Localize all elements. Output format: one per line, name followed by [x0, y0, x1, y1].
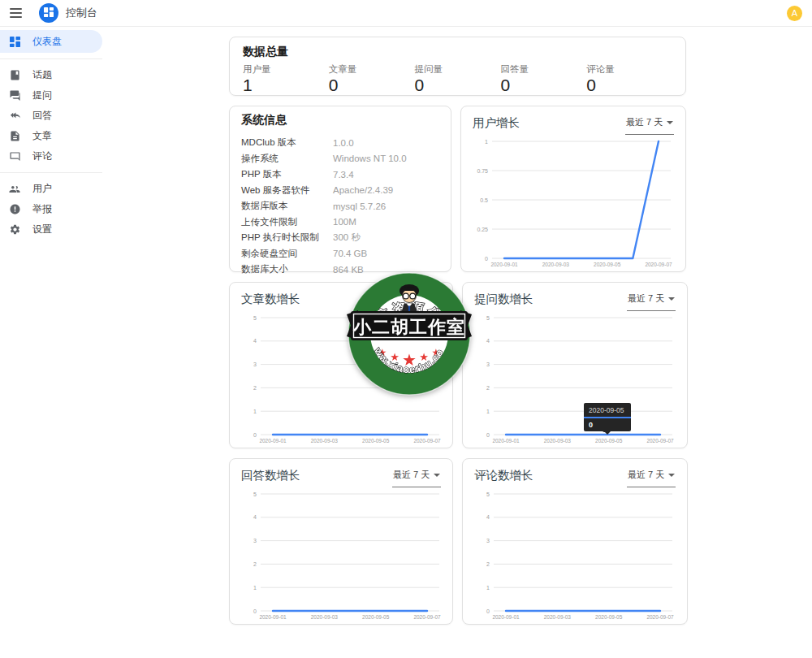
svg-text:2020-09-01: 2020-09-01	[259, 438, 287, 444]
svg-text:2020-09-07: 2020-09-07	[645, 262, 672, 267]
user-growth-chart-card: 用户增长 最近 7 天 00.250.50.7512020-09-012020-…	[460, 106, 686, 272]
sidebar-divider	[0, 172, 102, 173]
svg-text:2020-09-03: 2020-09-03	[311, 614, 339, 620]
stat-users: 用户量 1	[243, 64, 329, 94]
comment-icon	[9, 151, 20, 162]
system-info-table: MDClub 版本1.0.0 操作系统Windows NT 10.0 PHP 版…	[241, 135, 439, 278]
svg-text:2020-09-07: 2020-09-07	[646, 614, 674, 620]
stat-articles: 文章量 0	[329, 64, 415, 94]
totals-card: 数据总量 用户量 1 文章量 0 提问量 0 回答量 0 评论量 0	[229, 37, 686, 96]
menu-toggle-button[interactable]	[10, 3, 29, 23]
svg-text:4: 4	[253, 514, 257, 520]
chevron-down-icon	[434, 474, 440, 477]
dashboard-logo-icon	[44, 6, 54, 20]
table-row: Web 服务器软件Apache/2.4.39	[241, 183, 439, 199]
svg-text:2020-09-03: 2020-09-03	[544, 614, 572, 620]
svg-text:0: 0	[253, 608, 257, 614]
svg-text:2020-09-03: 2020-09-03	[542, 262, 570, 267]
svg-text:1: 1	[485, 139, 488, 145]
app-logo	[39, 3, 58, 23]
sidebar-item-label: 设置	[32, 223, 52, 236]
svg-text:1: 1	[253, 409, 257, 414]
reply-all-icon	[9, 110, 20, 122]
svg-text:0.5: 0.5	[480, 197, 488, 203]
svg-text:2: 2	[253, 561, 257, 567]
app-header: 控制台 A	[0, 0, 812, 27]
sidebar: 仪表盘 话题 提问 回答 文章 评论 用户	[0, 27, 102, 240]
sidebar-item-questions[interactable]: 提问	[0, 85, 102, 106]
tooltip-value: 0	[589, 421, 626, 429]
sidebar-item-answers[interactable]: 回答	[0, 106, 102, 126]
svg-text:5: 5	[486, 491, 490, 497]
sidebar-item-label: 提问	[32, 89, 52, 102]
sidebar-item-label: 话题	[32, 68, 52, 82]
chart-title: 文章数增长	[241, 291, 300, 307]
user-avatar[interactable]: A	[787, 6, 802, 21]
stat-comments: 评论量 0	[586, 64, 672, 94]
table-row: 上传文件限制100M	[241, 214, 439, 231]
sidebar-item-settings[interactable]: 设置	[0, 219, 102, 240]
table-row: 数据库版本mysql 5.7.26	[241, 198, 439, 214]
svg-text:2020-09-05: 2020-09-05	[595, 438, 623, 444]
answer-growth-chart-card: 回答数增长 最近 7 天 0123452020-09-012020-09-032…	[229, 458, 453, 625]
sidebar-item-label: 用户	[32, 182, 52, 196]
table-row: 操作系统Windows NT 10.0	[241, 151, 439, 167]
range-select[interactable]: 最近 7 天	[627, 467, 676, 487]
svg-text:2020-09-01: 2020-09-01	[492, 614, 520, 620]
svg-text:2020-09-05: 2020-09-05	[362, 614, 390, 620]
gear-icon	[9, 224, 20, 236]
svg-text:3: 3	[253, 361, 257, 367]
sidebar-item-users[interactable]: 用户	[0, 179, 102, 199]
line-chart[interactable]: 0123452020-09-012020-09-032020-09-052020…	[473, 489, 679, 624]
sidebar-item-label: 举报	[32, 202, 52, 216]
svg-text:2020-09-07: 2020-09-07	[413, 614, 441, 620]
chart-title: 回答数增长	[241, 467, 300, 483]
svg-text:1: 1	[486, 409, 490, 414]
line-chart[interactable]: 0123452020-09-012020-09-032020-09-052020…	[473, 313, 679, 448]
stat-answers: 回答量 0	[500, 64, 586, 94]
svg-text:0.75: 0.75	[477, 168, 488, 174]
totals-stats: 用户量 1 文章量 0 提问量 0 回答量 0 评论量 0	[243, 64, 672, 94]
svg-text:0: 0	[486, 608, 490, 614]
svg-text:2020-09-01: 2020-09-01	[259, 614, 287, 620]
sidebar-item-label: 评论	[32, 149, 52, 163]
chart-title: 提问数增长	[474, 291, 533, 307]
svg-text:0.25: 0.25	[477, 227, 488, 232]
svg-text:1: 1	[253, 585, 257, 591]
line-chart[interactable]: 00.250.50.7512020-09-012020-09-032020-09…	[471, 136, 677, 271]
forum-icon	[9, 90, 20, 102]
svg-text:2020-09-03: 2020-09-03	[311, 438, 339, 444]
svg-text:0: 0	[485, 256, 488, 262]
chevron-down-icon	[667, 121, 673, 124]
svg-text:2020-09-07: 2020-09-07	[646, 438, 674, 444]
svg-text:5: 5	[253, 491, 257, 497]
svg-text:2020-09-01: 2020-09-01	[490, 262, 518, 267]
range-select[interactable]: 最近 7 天	[627, 291, 676, 311]
sidebar-item-reports[interactable]: 举报	[0, 199, 102, 219]
sidebar-item-topics[interactable]: 话题	[0, 65, 102, 85]
svg-text:2020-09-01: 2020-09-01	[492, 438, 520, 444]
svg-text:5: 5	[486, 315, 490, 321]
svg-text:4: 4	[253, 338, 257, 344]
totals-title: 数据总量	[243, 43, 672, 59]
svg-text:1: 1	[486, 585, 490, 591]
svg-text:2020-09-05: 2020-09-05	[362, 438, 390, 444]
svg-text:0: 0	[486, 432, 490, 438]
page-title: 控制台	[66, 6, 97, 20]
svg-text:0: 0	[253, 432, 257, 438]
chevron-down-icon	[668, 297, 675, 301]
sidebar-item-comments[interactable]: 评论	[0, 146, 102, 167]
line-chart[interactable]: 0123452020-09-012020-09-032020-09-052020…	[240, 489, 444, 624]
people-icon	[9, 184, 20, 195]
svg-text:2: 2	[486, 385, 490, 391]
system-info-title: 系统信息	[241, 111, 439, 128]
stamp-banner: 小二胡工作室	[347, 310, 472, 340]
chart-title: 用户增长	[473, 115, 520, 131]
range-select[interactable]: 最近 7 天	[392, 467, 441, 487]
range-select[interactable]: 最近 7 天	[625, 115, 674, 135]
sidebar-item-articles[interactable]: 文章	[0, 126, 102, 146]
sidebar-item-label: 文章	[32, 129, 52, 143]
svg-text:5: 5	[253, 315, 257, 321]
table-row: MDClub 版本1.0.0	[241, 135, 439, 151]
sidebar-item-dashboard[interactable]: 仪表盘	[0, 30, 102, 53]
